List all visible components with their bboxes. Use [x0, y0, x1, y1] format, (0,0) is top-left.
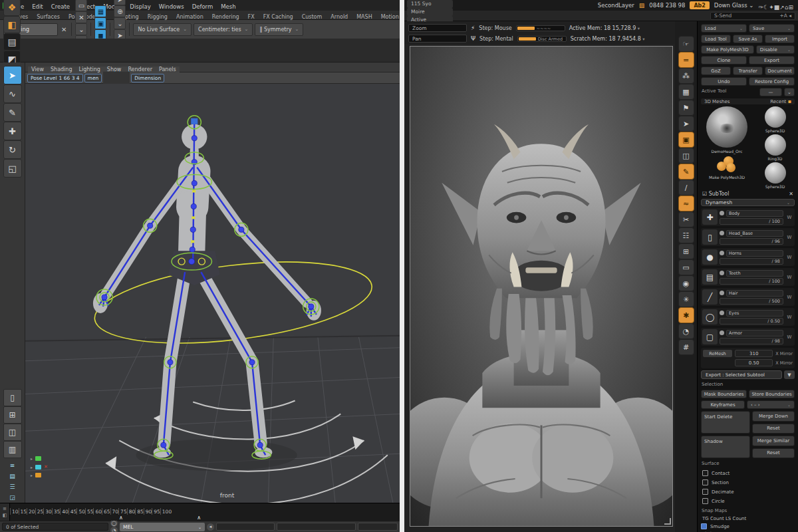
shelf-tab[interactable]: Animation: [172, 14, 207, 20]
mini-field-chip[interactable]: men: [84, 74, 102, 82]
subtool-w-button[interactable]: W: [785, 235, 793, 240]
titlebar-icon[interactable]: ⊞: [788, 4, 793, 11]
export-selector-dropdown[interactable]: Export : Selected Subtool: [701, 370, 782, 379]
merge-button[interactable]: Merge Down: [752, 411, 795, 422]
visibility-eye-icon[interactable]: [720, 291, 724, 295]
subtool-value-slider[interactable]: / 500: [720, 298, 783, 305]
shelf-mode-icon[interactable]: ▭: [678, 259, 694, 275]
active-tool-thumbnail[interactable]: [706, 106, 747, 148]
subtool-row[interactable]: ✚Body/ 100W: [701, 208, 795, 226]
split-divider[interactable]: [400, 0, 404, 532]
mirror-tag[interactable]: X Mirror: [775, 351, 793, 356]
panel-menu-item[interactable]: View: [28, 66, 47, 72]
visibility-eye-icon[interactable]: [720, 231, 724, 235]
panel-menu-item[interactable]: Shading: [47, 66, 76, 72]
viewport-toggle-icon[interactable]: [128, 71, 130, 85]
timeline-tick[interactable]: 65: [102, 508, 110, 515]
smudge-checkbox-row[interactable]: Smudge: [701, 523, 795, 529]
subtool-row[interactable]: ╱Hair/ 500W: [701, 288, 795, 306]
boundary-button[interactable]: Store Boundaries: [749, 390, 795, 398]
shelf-tab[interactable]: Rigging: [143, 14, 172, 20]
playhead-marker[interactable]: ∧: [119, 515, 123, 521]
transform-tool-icon[interactable]: ↻: [3, 140, 22, 159]
subtool-name[interactable]: Horns: [726, 250, 783, 257]
surface-checkbox-row[interactable]: Section: [702, 479, 793, 485]
live-surface-dropdown[interactable]: No Live Surface⌄: [133, 23, 192, 36]
subtool-row[interactable]: ▢Armor/ 98W: [701, 328, 795, 346]
shelf-mode-icon[interactable]: ≈: [678, 196, 694, 211]
selection-mask-icon[interactable]: ⌄: [114, 17, 126, 29]
transform-tool-icon[interactable]: ➤: [3, 66, 22, 84]
shelf-mode-icon[interactable]: ⚑: [678, 100, 694, 116]
subtool-close-icon[interactable]: ✕: [789, 191, 793, 197]
tool-preview-dropdown[interactable]: ⌄: [784, 88, 795, 96]
timeline-tick[interactable]: 95: [152, 508, 160, 515]
titlebar-icon[interactable]: ✑: [759, 4, 764, 11]
make-polymesh-button[interactable]: Make PolyMesh3D: [701, 45, 754, 54]
subtool-row[interactable]: ●Horns/ 98W: [701, 248, 795, 266]
timeline-tick[interactable]: 85: [135, 508, 144, 515]
timeline-tick[interactable]: 75: [118, 508, 127, 515]
shelf-mode-icon[interactable]: ✳: [678, 291, 694, 307]
mode-dropdown[interactable]: Down Glass ⌄: [714, 2, 754, 9]
panel-menu-item[interactable]: Lighting: [75, 66, 103, 72]
visibility-eye-icon[interactable]: [720, 251, 724, 255]
checkbox[interactable]: [702, 489, 708, 495]
count-item[interactable]: TG Count LS Count: [701, 516, 795, 521]
start-delete-button[interactable]: Start Delete: [701, 411, 750, 434]
tool-action-button[interactable]: Undo: [701, 77, 747, 86]
resolution-value[interactable]: 310: [735, 350, 773, 357]
shelf-mode-icon[interactable]: ⁂: [678, 68, 694, 84]
command-input[interactable]: [216, 523, 275, 531]
symmetry-dropdown[interactable]: ‖ Symmetry⌄: [255, 23, 303, 36]
subtool-value-slider[interactable]: / 100: [720, 278, 783, 285]
timeline-tick[interactable]: 55: [85, 508, 94, 515]
layer-indicator-row[interactable]: ▸✕: [31, 464, 48, 469]
subtool-value-slider[interactable]: / 0.50: [720, 318, 783, 325]
snap-toggle-icon[interactable]: ▦: [94, 5, 106, 17]
merge-button[interactable]: Reset: [752, 424, 795, 434]
shelf-tab[interactable]: MASH: [352, 14, 376, 20]
subtool-mode-dropdown[interactable]: Dynamesh⌄: [701, 199, 795, 206]
range-field[interactable]: [358, 523, 398, 531]
toolbar-icon[interactable]: ▭: [75, 0, 87, 11]
timeline-tick[interactable]: 10: [10, 508, 19, 515]
subtool-name[interactable]: Body: [726, 210, 783, 217]
toolbar-icon[interactable]: ✕: [75, 11, 87, 23]
selection-mask-icon[interactable]: ➤: [114, 0, 126, 5]
subtool-thumbnail[interactable]: ▯: [702, 229, 718, 245]
shelf-tab[interactable]: Custom: [297, 14, 327, 20]
panel-menu-item[interactable]: Panels: [156, 66, 180, 72]
layout-button[interactable]: ▯: [3, 389, 22, 406]
help-line-field[interactable]: [277, 523, 356, 531]
palette-dropdown[interactable]: Load⌄: [701, 24, 747, 33]
timeline-tick[interactable]: 100: [160, 508, 172, 515]
tool-action-button[interactable]: GoZ: [701, 66, 731, 75]
timeline-tick[interactable]: 50: [76, 508, 85, 515]
timeline-options-icon[interactable]: ≡◧: [0, 503, 10, 521]
export-expand-button[interactable]: ▼: [784, 370, 795, 379]
shelf-tool-icon[interactable]: ▤: [3, 33, 21, 51]
sculpt-canvas[interactable]: [410, 46, 673, 527]
shelf-mode-icon[interactable]: ▣: [678, 132, 694, 148]
subtool-value-slider[interactable]: / 98: [720, 258, 783, 265]
outliner-toggle-icon[interactable]: ☰: [5, 481, 20, 492]
visibility-eye-icon[interactable]: [720, 211, 724, 215]
palette-dropdown[interactable]: Save⌄: [749, 24, 795, 33]
blur-value[interactable]: 0.50: [735, 359, 773, 366]
outliner-toggle-icon[interactable]: ◲: [5, 492, 20, 503]
checkbox-checked[interactable]: [701, 523, 707, 529]
mesh-thumbnail[interactable]: [765, 106, 786, 128]
selection-status-field[interactable]: 0 of Selected: [2, 523, 108, 531]
shelf-mode-icon[interactable]: #: [678, 339, 694, 355]
head-selection-handle[interactable]: [191, 118, 198, 124]
subtool-row[interactable]: ◯Eyes/ 0.50W: [701, 308, 795, 326]
snap-toggle-icon[interactable]: ▣: [94, 17, 106, 29]
mesh-thumbnail[interactable]: [765, 162, 786, 184]
outliner-toggle-icon[interactable]: ≡: [5, 460, 20, 471]
surface-checkbox-row[interactable]: Decimate: [702, 489, 793, 495]
meshes-bar[interactable]: 3D Meshes Recent ▪: [701, 98, 795, 104]
outliner-toggle-icon[interactable]: ▤: [5, 471, 20, 481]
nav-mode-icon[interactable]: Ψ: [471, 35, 475, 42]
nav-mode-icon[interactable]: ⚡: [471, 25, 475, 31]
